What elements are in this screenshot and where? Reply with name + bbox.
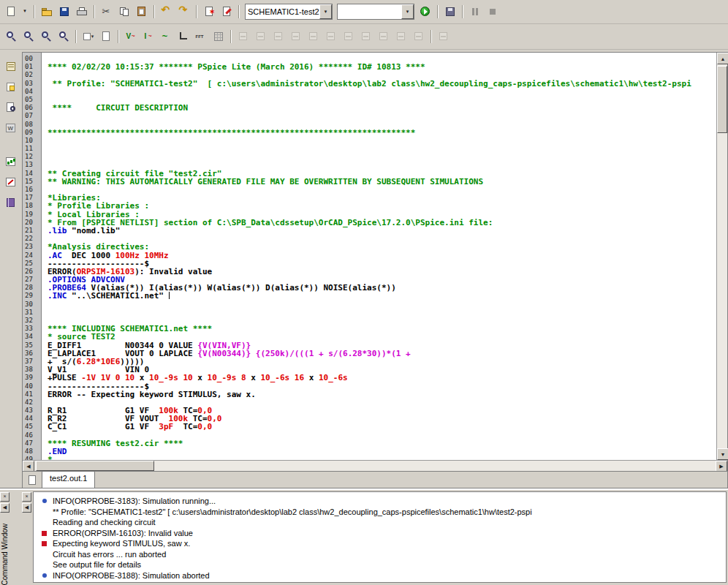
horizontal-scroll-thumb[interactable] bbox=[36, 461, 154, 471]
line-number: 00 bbox=[23, 55, 44, 63]
line-number: 10 bbox=[23, 137, 44, 145]
fft-button[interactable] bbox=[192, 28, 210, 45]
scroll-down-button[interactable]: ▼ bbox=[717, 448, 728, 460]
copy-button[interactable] bbox=[115, 3, 133, 20]
view-output-file-button[interactable] bbox=[2, 99, 20, 116]
simulation-notes-button[interactable] bbox=[2, 78, 20, 96]
model-library-button[interactable] bbox=[2, 194, 20, 211]
line-text bbox=[44, 112, 48, 120]
document-list-button[interactable] bbox=[26, 474, 39, 487]
plot-select-button[interactable] bbox=[80, 28, 97, 45]
redo-button[interactable] bbox=[175, 3, 193, 20]
line-number: 07 bbox=[23, 112, 44, 120]
line-text: ** Profile: "SCHEMATIC1-test2" [ c:\user… bbox=[44, 80, 691, 88]
line-number: 30 bbox=[23, 301, 44, 309]
paste-button[interactable] bbox=[133, 3, 151, 20]
collapse-status-pane-button[interactable]: ◀ bbox=[22, 503, 31, 513]
voltage-marker-button[interactable] bbox=[122, 28, 140, 45]
cursor-search-icon bbox=[360, 31, 373, 42]
view-results-icon bbox=[444, 6, 457, 18]
command-window-label: Command Window bbox=[1, 522, 9, 585]
save-icon bbox=[58, 6, 71, 18]
new-simulation-profile-icon bbox=[203, 6, 216, 18]
cut-button[interactable] bbox=[98, 3, 115, 20]
zoom-area-button[interactable] bbox=[37, 28, 55, 45]
plot-select-icon bbox=[83, 31, 95, 42]
simulation-output-messages[interactable]: INFO(ORPROBE-3183): Simulation running..… bbox=[33, 491, 727, 583]
code-line: 09**************************************… bbox=[23, 129, 716, 137]
zoom-fit-button[interactable] bbox=[55, 28, 72, 45]
print-button[interactable] bbox=[73, 3, 91, 20]
vertical-scroll-thumb[interactable] bbox=[717, 66, 727, 133]
code-line: 15** WARNING: THIS AUTOMATICALLY GENERAT… bbox=[23, 178, 716, 186]
line-number: 43 bbox=[23, 407, 44, 415]
line-number: 04 bbox=[23, 88, 44, 96]
code-line: 07 bbox=[23, 112, 716, 120]
line-number: 02 bbox=[23, 71, 44, 79]
dropdown-caret-icon[interactable]: ▼ bbox=[319, 4, 332, 19]
edit-plot-button[interactable] bbox=[2, 173, 20, 191]
line-number: 09 bbox=[23, 129, 44, 137]
open-button[interactable] bbox=[38, 3, 56, 20]
collapse-command-window-button[interactable]: ◀ bbox=[0, 503, 10, 513]
sweep-value-select[interactable]: ▼ bbox=[337, 4, 414, 20]
message-text: ** Profile: "SCHEMATIC1-test2" [ c:\user… bbox=[53, 507, 532, 516]
output-text-area[interactable]: 0001**** 02/02/20 10:15:37 ******* PSpic… bbox=[23, 53, 716, 460]
undo-button[interactable] bbox=[158, 3, 175, 20]
watch-window-button[interactable] bbox=[2, 119, 20, 137]
simulation-profile-select[interactable]: SCHEMATIC1-test2▼ bbox=[245, 4, 333, 20]
toolbar-separator bbox=[462, 5, 463, 18]
scroll-up-button[interactable]: ▲ bbox=[717, 53, 728, 64]
line-number: 21 bbox=[23, 227, 44, 235]
line-number: 42 bbox=[23, 399, 44, 407]
close-status-pane-button[interactable]: × bbox=[22, 492, 31, 502]
toolbar-separator bbox=[437, 5, 439, 18]
message-text: Reading and checking circuit bbox=[53, 518, 156, 526]
horizontal-scrollbar[interactable]: ◀ ▶ bbox=[23, 460, 727, 471]
line-number: 18 bbox=[23, 202, 44, 210]
stop-button bbox=[484, 3, 501, 20]
editor-main: 0001**** 02/02/20 10:15:37 ******* PSpic… bbox=[23, 53, 727, 460]
axis-settings-button[interactable] bbox=[175, 28, 192, 45]
view-results-button[interactable] bbox=[441, 3, 459, 20]
message-text: INFO(ORPROBE-3188): Simulation aborted bbox=[53, 571, 210, 580]
line-text: .INC "..\SCHEMATIC1.net" bbox=[44, 292, 170, 300]
line-number: 37 bbox=[23, 358, 44, 366]
print-icon bbox=[76, 6, 88, 18]
zoom-out-button[interactable] bbox=[20, 28, 37, 45]
add-trace-button[interactable] bbox=[157, 28, 175, 45]
cursor-peak-button bbox=[252, 28, 270, 45]
new-simulation-profile-button[interactable] bbox=[200, 3, 218, 20]
code-line: 30 bbox=[23, 301, 716, 309]
new-dropdown-button[interactable] bbox=[20, 3, 31, 20]
run-button[interactable] bbox=[417, 3, 434, 20]
view-output-file-icon bbox=[5, 102, 18, 113]
message-line: See output file for details bbox=[34, 559, 726, 570]
zoom-area-icon bbox=[40, 31, 53, 42]
copy-document-button[interactable] bbox=[97, 28, 115, 45]
evaluate-measurement-button bbox=[410, 28, 428, 45]
message-line: ** Profile: "SCHEMATIC1-test2" [ c:\user… bbox=[34, 507, 726, 518]
close-command-window-button[interactable]: × bbox=[0, 492, 10, 502]
vertical-scrollbar[interactable]: ▲ ▼ bbox=[716, 53, 727, 460]
code-line: 33**** INCLUDING SCHEMATIC1.net **** bbox=[23, 325, 716, 333]
new-plot-window-button[interactable] bbox=[2, 153, 20, 170]
line-number: 39 bbox=[23, 374, 44, 382]
message-line: Circuit has errors ... run aborted bbox=[34, 549, 726, 560]
zoom-fit-icon bbox=[58, 31, 70, 42]
save-button[interactable] bbox=[56, 3, 73, 20]
grid-toggle-button[interactable] bbox=[210, 28, 227, 45]
line-number: 47 bbox=[23, 439, 44, 448]
edit-plot-icon bbox=[5, 176, 18, 188]
current-marker-button[interactable] bbox=[140, 28, 157, 45]
new-icon bbox=[5, 6, 18, 18]
line-number: 17 bbox=[23, 194, 44, 202]
tab-test2-out[interactable]: test2.out.1 bbox=[42, 471, 95, 488]
new-button[interactable] bbox=[2, 3, 20, 20]
dropdown-caret-icon[interactable]: ▼ bbox=[401, 4, 414, 19]
horizontal-scroll-track[interactable] bbox=[34, 461, 716, 471]
simulation-queue-button[interactable] bbox=[2, 58, 20, 75]
zoom-in-button[interactable] bbox=[2, 28, 20, 45]
edit-simulation-profile-button[interactable] bbox=[218, 3, 235, 20]
vertical-scroll-track[interactable] bbox=[717, 64, 727, 448]
